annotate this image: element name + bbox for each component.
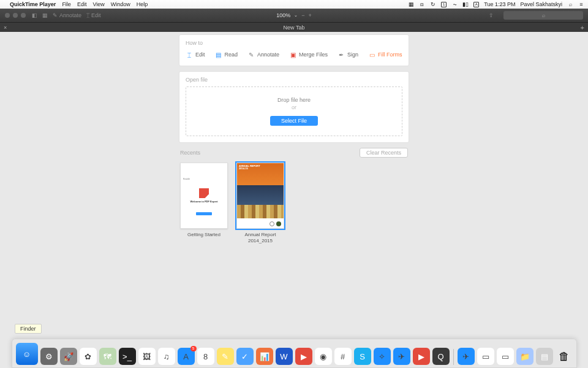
keynote-icon: 📊: [260, 352, 270, 361]
howto-label: Merge Files: [299, 52, 328, 58]
slack-icon: #: [341, 352, 345, 361]
dock-preview[interactable]: 🖼: [138, 348, 156, 365]
dock-spark2[interactable]: ✈: [458, 348, 475, 365]
tab-title[interactable]: New Tab: [284, 25, 305, 31]
dock-file2[interactable]: ▭: [497, 348, 514, 365]
menu-file[interactable]: File: [62, 1, 71, 7]
howto-label: Annotate: [257, 52, 279, 58]
dock-slack[interactable]: #: [334, 348, 352, 365]
menu-edit[interactable]: Edit: [77, 1, 87, 7]
dock-stack[interactable]: ▤: [536, 348, 553, 365]
dock-photos[interactable]: ✿: [80, 348, 97, 365]
settings-icon: ⚙: [45, 352, 53, 361]
close-tab-button[interactable]: ×: [4, 25, 7, 31]
drop-zone[interactable]: Drop file here or Select File: [186, 86, 402, 136]
battery-icon[interactable]: ▮▯: [462, 1, 469, 7]
dock-terminal[interactable]: >_: [119, 348, 136, 365]
dock-safari[interactable]: ✧: [374, 348, 391, 365]
zoom-out-button[interactable]: −: [301, 12, 304, 18]
badge: 5: [190, 346, 197, 351]
fill-forms-icon: ▭: [368, 51, 375, 58]
menubar-user[interactable]: Pavel Sakhatskyi: [520, 1, 562, 7]
display-icon[interactable]: 1: [441, 2, 447, 7]
app-name[interactable]: QuickTime Player: [10, 1, 56, 7]
dock-keynote[interactable]: 📊: [256, 348, 273, 365]
menubar-clock[interactable]: Tue 1:23 PM: [484, 1, 515, 7]
dock-skype[interactable]: S: [354, 348, 371, 365]
read-icon: ▤: [215, 51, 222, 58]
itunes-icon: ♫: [164, 352, 170, 361]
launchpad-icon: 🚀: [64, 352, 74, 361]
annotate-toolbar-button[interactable]: ✎Annotate: [53, 12, 81, 18]
dock-word[interactable]: W: [276, 348, 293, 365]
recent-item-annual-report[interactable]: ANNUAL REPORT 2014-15 Annual Report 2014…: [236, 163, 284, 243]
edit-toolbar-button[interactable]: ⌶Edit: [86, 12, 101, 18]
pdfexpert-logo-icon: [199, 188, 209, 198]
dock-settings[interactable]: ⚙: [40, 348, 58, 365]
howto-annotate[interactable]: ✎Annotate: [247, 51, 279, 58]
thumb-caption: Welcome to PDF Expert: [190, 200, 217, 203]
window-traffic-lights[interactable]: [5, 13, 26, 18]
dropbox-icon[interactable]: ⧈: [419, 1, 425, 7]
zoom-level[interactable]: 100%: [276, 12, 290, 18]
sign-icon: ✒: [337, 51, 345, 58]
thumbnails-toggle-icon[interactable]: ▦: [42, 12, 48, 18]
sidebar-toggle-icon[interactable]: ◧: [32, 12, 37, 18]
terminal-icon: >_: [123, 352, 132, 361]
howto-merge-files[interactable]: ▣Merge Files: [289, 51, 328, 58]
howto-label: Edit: [195, 52, 205, 58]
lang-icon[interactable]: A: [473, 2, 479, 7]
drop-or: or: [196, 104, 392, 110]
howto-fill-forms[interactable]: ▭Fill Forms: [368, 51, 402, 58]
dock-pdfexpert[interactable]: ▶: [295, 348, 312, 365]
airdrop-icon[interactable]: ▦: [408, 1, 414, 7]
todo-icon: ✓: [241, 352, 248, 361]
dock-file1[interactable]: ▭: [477, 348, 494, 365]
spotlight-icon[interactable]: ⌕: [567, 1, 573, 7]
dock-maps[interactable]: 🗺: [99, 348, 116, 365]
dock-calendar[interactable]: 8: [197, 348, 214, 365]
howto-label: Read: [225, 52, 238, 58]
dock-itunes[interactable]: ♫: [158, 348, 175, 365]
select-file-button[interactable]: Select File: [270, 116, 318, 126]
dock-separator: [453, 349, 454, 365]
menu-window[interactable]: Window: [111, 1, 130, 7]
dock-tooltip: Finder: [15, 324, 42, 334]
howto-read[interactable]: ▤Read: [215, 51, 238, 58]
wifi-icon[interactable]: ⏦: [451, 1, 458, 7]
sync-icon[interactable]: ↻: [430, 1, 436, 7]
clear-recents-button[interactable]: Clear Recents: [360, 148, 408, 158]
dock-todo[interactable]: ✓: [236, 348, 254, 365]
howto-edit[interactable]: ⌶Edit: [186, 51, 205, 58]
dock-quicktime[interactable]: Q: [432, 348, 450, 365]
calendar-icon: 8: [203, 352, 208, 361]
search-field[interactable]: ⌕: [503, 11, 583, 20]
spark-icon: ✈: [398, 352, 405, 361]
thumb-title: ANNUAL REPORT 2014-15: [239, 165, 282, 171]
notification-center-icon[interactable]: ≡: [578, 1, 584, 7]
dock-finder[interactable]: ☺: [16, 343, 38, 365]
recent-item-getting-started[interactable]: Readdle Welcome to PDF Expert Getting St…: [180, 163, 228, 243]
dock: ☺⚙🚀✿🗺>_🖼♫A58✎✓📊W▶◉#S✧✈▶Q✈▭▭📁▤🗑: [0, 337, 588, 368]
zoom-in-button[interactable]: +: [309, 12, 312, 18]
viewport: How to ⌶Edit▤Read✎Annotate▣Merge Files✒S…: [0, 32, 588, 337]
dock-spark[interactable]: ✈: [393, 348, 410, 365]
dock-chrome[interactable]: ◉: [315, 348, 332, 365]
dock-launchpad[interactable]: 🚀: [60, 348, 77, 365]
dock-pdf2[interactable]: ▶: [413, 348, 430, 365]
app-window: ◧ ▦ ✎Annotate ⌶Edit 100%⌄ − + ⇪ ⌕ × New …: [0, 9, 588, 337]
file2-icon: ▭: [502, 352, 509, 361]
menu-help[interactable]: Help: [137, 1, 148, 7]
howto-label: Sign: [347, 52, 358, 58]
dock-trash[interactable]: 🗑: [556, 348, 573, 365]
notes-icon: ✎: [222, 352, 228, 361]
dock-appstore[interactable]: A5: [178, 348, 195, 365]
new-tab-button[interactable]: +: [581, 24, 584, 31]
howto-sign[interactable]: ✒Sign: [337, 51, 358, 58]
menu-view[interactable]: View: [92, 1, 104, 7]
annotate-icon: ✎: [247, 51, 255, 58]
dock-folder[interactable]: 📁: [516, 348, 533, 365]
share-icon[interactable]: ⇪: [489, 12, 494, 18]
preview-icon: 🖼: [143, 352, 151, 361]
dock-notes[interactable]: ✎: [217, 348, 234, 365]
